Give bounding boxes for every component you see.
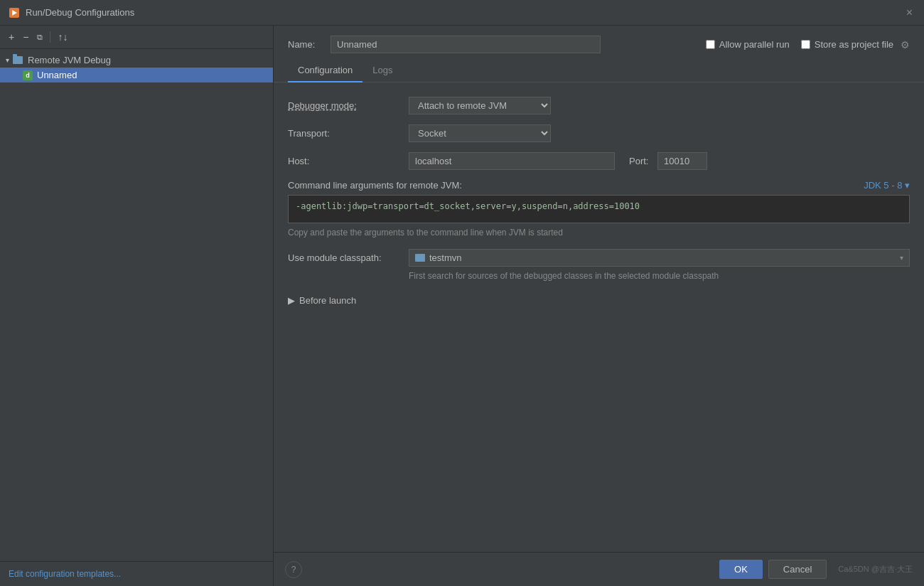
edit-templates-link[interactable]: Edit configuration templates... <box>0 561 273 586</box>
tree-item-label: Unnamed <box>37 70 77 80</box>
tabs-bar: Configuration Logs <box>274 60 924 82</box>
port-label: Port: <box>629 156 650 166</box>
host-label: Host: <box>288 156 402 166</box>
tab-configuration[interactable]: Configuration <box>288 60 362 82</box>
title-bar: Run/Debug Configurations × <box>0 0 924 26</box>
module-classpath-label: Use module classpath: <box>288 252 402 263</box>
debugger-mode-label: Debugger mode: <box>288 100 402 111</box>
cmd-hint: Copy and paste the arguments to the comm… <box>288 228 910 238</box>
add-config-button[interactable]: + <box>6 30 17 44</box>
app-icon <box>9 7 20 18</box>
module-classpath-value: testmvn <box>429 252 462 263</box>
close-button[interactable]: × <box>903 6 915 19</box>
name-row: Name: Allow parallel run Store as projec… <box>274 26 924 60</box>
allow-parallel-run-group: Allow parallel run <box>706 39 790 50</box>
command-line-box: -agentlib:jdwp=transport=dt_socket,serve… <box>288 195 910 223</box>
help-button[interactable]: ? <box>285 561 302 578</box>
module-select-inner: testmvn <box>415 252 462 263</box>
config-tree: ▾ Remote JVM Debug d Unnamed <box>0 49 273 561</box>
folder-icon <box>12 54 23 65</box>
left-panel: + − ⧉ ↑↓ ▾ Remote JVM Debug d Unnamed Ed… <box>0 26 274 586</box>
before-launch-chevron-icon: ▶ <box>288 295 295 306</box>
name-input[interactable] <box>331 36 601 53</box>
debugger-mode-select[interactable]: Attach to remote JVM Listen to remote JV… <box>409 97 551 114</box>
chevron-down-icon: ▾ <box>6 56 9 64</box>
tree-group-remote-jvm[interactable]: ▾ Remote JVM Debug <box>0 52 273 68</box>
module-dropdown-chevron-icon: ▾ <box>900 254 903 262</box>
module-classpath-row: Use module classpath: testmvn ▾ <box>288 249 910 267</box>
copy-config-button[interactable]: ⧉ <box>34 31 45 43</box>
name-label: Name: <box>288 39 323 50</box>
module-classpath-select[interactable]: testmvn ▾ <box>409 249 910 267</box>
cancel-button[interactable]: Cancel <box>768 560 827 579</box>
store-project-file-group: Store as project file ⚙ <box>801 39 910 50</box>
module-folder-icon <box>415 254 425 262</box>
transport-select[interactable]: Socket Shared memory <box>409 124 551 142</box>
cmd-label: Command line arguments for remote JVM: <box>288 180 462 191</box>
tree-item-unnamed[interactable]: d Unnamed <box>0 68 273 82</box>
right-panel: Name: Allow parallel run Store as projec… <box>274 26 924 586</box>
bottom-bar: ? OK Cancel Ca&5DN @吉吉·大王 <box>274 552 924 586</box>
transport-label: Transport: <box>288 128 402 139</box>
host-input[interactable] <box>409 152 615 170</box>
host-port-row: Host: Port: <box>288 152 910 170</box>
debug-config-icon: d <box>23 70 33 80</box>
gear-icon[interactable]: ⚙ <box>901 39 910 50</box>
cmd-header-row: Command line arguments for remote JVM: J… <box>288 180 910 191</box>
module-classpath-hint: First search for sources of the debugged… <box>288 271 910 281</box>
toolbar: + − ⧉ ↑↓ <box>0 26 273 49</box>
store-project-file-checkbox[interactable] <box>801 40 810 49</box>
ok-button[interactable]: OK <box>719 560 763 579</box>
config-content: Debugger mode: Attach to remote JVM List… <box>274 82 924 552</box>
tab-logs[interactable]: Logs <box>362 60 402 82</box>
dialog-title: Run/Debug Configurations <box>26 7 903 18</box>
move-config-button[interactable]: ↑↓ <box>55 30 70 44</box>
before-launch-header[interactable]: ▶ Before launch <box>288 292 910 309</box>
before-launch-label: Before launch <box>299 295 356 306</box>
jdk-version-link[interactable]: JDK 5 - 8 ▾ <box>864 180 910 191</box>
allow-parallel-run-label: Allow parallel run <box>719 39 790 50</box>
toolbar-separator <box>50 31 50 43</box>
tree-group-label: Remote JVM Debug <box>28 55 111 65</box>
store-project-file-label: Store as project file <box>815 39 893 50</box>
port-input[interactable] <box>657 152 707 170</box>
remove-config-button[interactable]: − <box>20 30 31 44</box>
before-launch-section: ▶ Before launch <box>288 292 910 309</box>
main-container: + − ⧉ ↑↓ ▾ Remote JVM Debug d Unnamed Ed… <box>0 26 924 586</box>
command-line-section: Command line arguments for remote JVM: J… <box>288 180 910 238</box>
transport-row: Transport: Socket Shared memory <box>288 124 910 142</box>
debugger-mode-row: Debugger mode: Attach to remote JVM List… <box>288 97 910 114</box>
allow-parallel-run-checkbox[interactable] <box>706 40 715 49</box>
watermark-text: Ca&5DN @吉吉·大王 <box>838 564 913 575</box>
